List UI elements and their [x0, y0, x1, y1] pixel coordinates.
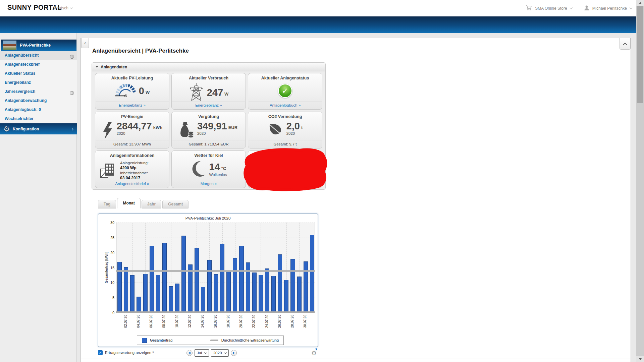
chart-bar-11.07.20	[181, 236, 186, 313]
yield-chart: PVA-Perlitschke: Juli 2020 Gesamtertrag …	[98, 214, 318, 347]
tab-jahr[interactable]: Jahr	[142, 200, 161, 208]
sidebar-item-wechselrichter[interactable]: Wechselrichter	[0, 114, 77, 123]
y-tick-label: 0	[104, 311, 114, 315]
chart-bar-22.07.20	[252, 273, 257, 313]
legend-avg-swatch	[210, 340, 218, 341]
sidebar-item-anlagensteckbrief[interactable]: Anlagensteckbrief	[0, 60, 77, 69]
money-bag-icon	[180, 122, 194, 140]
sidebar-item-konfiguration[interactable]: ⚙ Konfiguration ›	[0, 123, 77, 134]
scrollbar-up-button[interactable]	[636, 0, 644, 6]
sidebar: PVA-Perlitschke Anlagenübersicht Anlagen…	[0, 33, 77, 362]
chart-bar-25.07.20	[271, 276, 276, 313]
y-tick-label: 10	[104, 281, 114, 285]
lightning-bolt-icon	[102, 122, 113, 140]
collapse-caret-icon	[96, 66, 98, 68]
previous-month-button[interactable]	[186, 350, 193, 356]
chevron-down-icon	[204, 351, 207, 354]
chevron-down-icon	[224, 351, 227, 354]
sidebar-item-anlagenuebersicht[interactable]: Anlagenübersicht	[0, 51, 77, 60]
chevron-down-icon	[630, 6, 632, 9]
x-tick-label: 16.07.20	[214, 315, 218, 332]
plant-name: PVA-Perlitschke	[20, 43, 51, 48]
x-tick-label: 30.07.20	[303, 315, 307, 332]
chart-bar-06.07.20	[150, 246, 154, 313]
sidebar-item-energiebilanz[interactable]: Energiebilanz	[0, 78, 77, 87]
tile-co2-avoidance: CO2 Vermeidung 2,0 t 2020 Gesamt: 9,7 t	[248, 112, 322, 148]
x-tick-label: 20.07.20	[239, 315, 243, 332]
tab-monat[interactable]: Monat	[117, 198, 140, 208]
chart-bar-26.07.20	[278, 254, 282, 313]
sidebar-plant-header[interactable]: PVA-Perlitschke	[1, 40, 76, 51]
tile-remuneration: Vergütung 349,91 EUR 2020	[171, 112, 246, 148]
x-tick-label: 22.07.20	[252, 315, 256, 332]
sidebar-item-anlagenueberwachung[interactable]: Anlagenüberwachung	[0, 96, 77, 105]
y-tick-label: 25	[104, 236, 114, 240]
morgen-link[interactable]: Morgen »	[172, 180, 245, 188]
weather-condition: Wolkenlos	[209, 173, 227, 177]
svg-text:F: F	[102, 170, 103, 172]
chart-bar-04.07.20	[137, 297, 141, 313]
remuneration-total: Gesamt: 1.710,54 EUR	[172, 140, 245, 148]
leaf-icon	[268, 122, 283, 139]
pv-power-value: 0 W	[139, 86, 150, 96]
gear-icon: ⚙	[3, 126, 10, 132]
h-gridline	[116, 238, 315, 238]
scroll-to-top-button[interactable]	[620, 38, 631, 50]
chart-bar-24.07.20	[265, 268, 269, 313]
tile-pv-energy: PV-Energie 2844,77 kWh 2020 Gesamt: 13,9…	[95, 112, 169, 148]
co2-value: 2,0 t	[286, 121, 303, 131]
year-select[interactable]: 2020	[211, 349, 229, 357]
chart-bar-23.07.20	[259, 275, 263, 313]
chart-settings-gear-icon[interactable]: ⚙	[311, 349, 317, 356]
chart-bar-20.07.20	[239, 246, 244, 313]
anlagendaten-panel-header[interactable]: Anlagendaten	[92, 63, 325, 71]
energiebilanz-link[interactable]: Energiebilanz »	[172, 101, 245, 109]
y-tick-label: 20	[104, 251, 114, 255]
scrollbar-down-button[interactable]	[636, 356, 644, 362]
legend-label-expectation: Durchschnittliche Ertragserwartung	[221, 338, 279, 342]
scrollbar-thumb[interactable]	[637, 6, 643, 103]
pv-energy-year: 2020	[117, 131, 162, 135]
chart-bar-19.07.20	[233, 258, 237, 313]
h-gridline	[116, 268, 315, 268]
language-selector[interactable]: Deutsch	[54, 6, 72, 10]
tab-tag[interactable]: Tag	[98, 200, 116, 208]
tile-current-pv-power: Aktuelle PV-Leistung 0 W Energiebilanz »	[95, 73, 169, 110]
chart-bar-17.07.20	[220, 244, 224, 313]
arrow-up-icon	[639, 2, 642, 4]
show-expectation-label: Ertragserwartung anzeigen *	[105, 351, 154, 355]
x-tick-label: 06.07.20	[149, 315, 153, 332]
remuneration-value: 349,91 EUR	[197, 121, 237, 131]
sidebar-item-jahresvergleich[interactable]: Jahresvergleich	[0, 87, 77, 96]
sidebar-item-aktueller-status[interactable]: Aktueller Status	[0, 69, 77, 78]
store-menu[interactable]: SMA Online Store	[535, 6, 567, 11]
chart-title: PVA-Perlitschke: Juli 2020	[98, 216, 318, 220]
user-icon	[584, 5, 589, 12]
chevron-up-icon	[623, 43, 627, 47]
x-tick-label: 18.07.20	[226, 315, 230, 332]
user-menu[interactable]: Michael Perlitschke	[592, 6, 627, 11]
next-month-button[interactable]	[231, 350, 237, 356]
chart-bar-08.07.20	[162, 243, 167, 313]
sidebar-item-anlagenlogbuch[interactable]: Anlagenlogbuch: 0	[0, 105, 77, 114]
anlagenlogbuch-link[interactable]: Anlagenlogbuch »	[249, 101, 322, 109]
energiebilanz-link[interactable]: Energiebilanz »	[96, 101, 169, 109]
arrow-down-icon	[639, 358, 642, 360]
h-gridline	[116, 253, 315, 253]
language-label: Deutsch	[54, 6, 68, 10]
collapse-sidebar-button[interactable]: ‹	[81, 38, 89, 48]
average-expectation-line	[116, 270, 315, 272]
pv-energy-total: Gesamt: 13,907 MWh	[96, 140, 169, 148]
temperature-value: 14 °C	[209, 162, 227, 172]
vertical-scrollbar[interactable]	[636, 0, 644, 362]
tile-plant-information: Anlageninformationen F Anlagenleistung:	[95, 150, 169, 188]
month-select[interactable]: Jul	[195, 349, 209, 357]
anlagensteckbrief-link[interactable]: Anlagensteckbrief »	[96, 180, 169, 188]
y-tick-label: 5	[104, 296, 114, 300]
tab-gesamt[interactable]: Gesamt	[162, 200, 189, 208]
chart-bar-07.07.20	[156, 275, 160, 313]
chart-bar-09.07.20	[169, 286, 173, 313]
remuneration-year: 2020	[197, 131, 237, 135]
period-tabs: Tag Monat Jahr Gesamt	[98, 198, 189, 208]
show-expectation-checkbox[interactable]: ✓	[98, 350, 103, 355]
